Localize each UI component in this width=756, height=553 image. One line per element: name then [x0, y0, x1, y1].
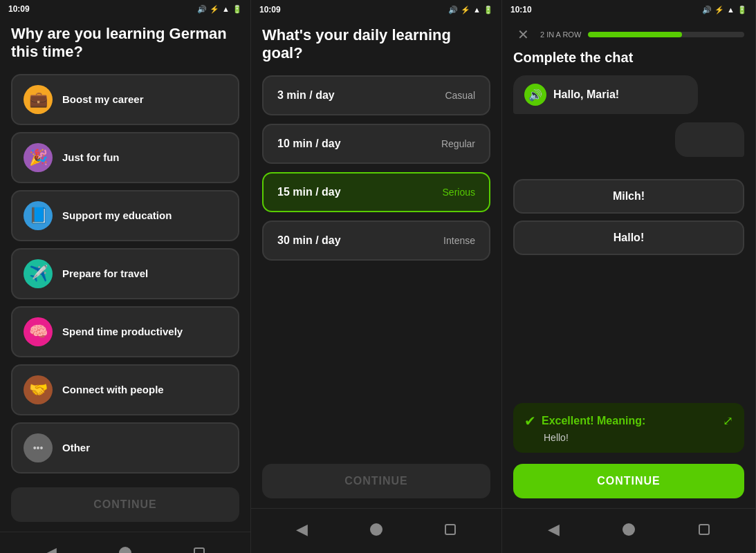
- battery-icon-3: 🔋: [737, 6, 747, 15]
- panel1-title: Why are you learning German this time?: [11, 25, 239, 62]
- nav-square-3[interactable]: [690, 516, 718, 543]
- other-icon: •••: [24, 433, 53, 462]
- answer-options: Milch! Hallo!: [513, 179, 744, 255]
- reason-travel[interactable]: ✈️ Prepare for travel: [11, 248, 239, 299]
- back-icon-1: ◀: [45, 544, 57, 553]
- back-icon-2: ◀: [296, 521, 308, 538]
- goal-3min-label: 3 min / day: [277, 89, 335, 102]
- career-icon: 💼: [24, 85, 53, 114]
- signal-icon-3: ⚡: [714, 6, 724, 15]
- other-label: Other: [62, 442, 90, 453]
- share-icon[interactable]: ⤢: [723, 413, 733, 429]
- status-bar-1: 10:09 🔊 ⚡ ▲ 🔋: [0, 0, 250, 18]
- nav-square-2[interactable]: [436, 516, 464, 543]
- goal-3min-intensity: Casual: [445, 90, 475, 101]
- goal-30min[interactable]: 30 min / day Intense: [262, 221, 490, 261]
- feedback-bar: ✔ Excellent! Meaning: ⤢ Hello!: [513, 403, 744, 453]
- volume-icon-1: 🔊: [197, 5, 207, 14]
- status-time-2: 10:09: [259, 5, 281, 15]
- back-icon-3: ◀: [548, 521, 560, 538]
- status-time-1: 10:09: [8, 4, 30, 14]
- streak-bar-fill: [588, 32, 681, 37]
- continue-button-3[interactable]: CONTINUE: [513, 464, 744, 498]
- wifi-icon-3: ▲: [727, 6, 735, 14]
- bot-message: Hallo, Maria!: [553, 88, 619, 101]
- panel1-content: Why are you learning German this time? 💼…: [0, 18, 250, 487]
- answer-milch[interactable]: Milch!: [513, 179, 744, 214]
- connect-icon: 🤝: [24, 375, 53, 404]
- education-label: Support my education: [62, 209, 172, 221]
- goal-30min-label: 30 min / day: [277, 234, 341, 247]
- nav-back-3[interactable]: ◀: [540, 516, 567, 543]
- status-icons-3: 🔊 ⚡ ▲ 🔋: [702, 6, 747, 15]
- travel-label: Prepare for travel: [62, 268, 148, 279]
- home-icon-2: [370, 523, 382, 536]
- bottom-nav-3: ◀: [502, 508, 755, 553]
- goal-10min-label: 10 min / day: [277, 138, 341, 150]
- bottom-nav-2: ◀: [251, 508, 501, 553]
- chat-title: Complete the chat: [513, 50, 744, 66]
- goal-15min-intensity: Serious: [443, 187, 475, 198]
- battery-icon-1: 🔋: [232, 5, 242, 14]
- reason-connect[interactable]: 🤝 Connect with people: [11, 364, 239, 415]
- battery-icon-2: 🔋: [483, 6, 493, 15]
- reason-productive[interactable]: 🧠 Spend time productively: [11, 306, 239, 357]
- panel-why-learning: 10:09 🔊 ⚡ ▲ 🔋 Why are you learning Germa…: [0, 0, 251, 553]
- connect-label: Connect with people: [62, 384, 164, 395]
- check-icon: ✔: [524, 413, 536, 429]
- reason-education[interactable]: 📘 Support my education: [11, 190, 239, 241]
- chat-bubble-bot: 🔊 Hallo, Maria!: [513, 75, 698, 114]
- goal-10min-intensity: Regular: [441, 138, 475, 149]
- productive-label: Spend time productively: [62, 326, 183, 337]
- nav-home-2[interactable]: [362, 516, 390, 543]
- signal-icon-2: ⚡: [461, 6, 470, 15]
- panel2-title: What's your daily learning goal?: [262, 26, 490, 63]
- feedback-header: ✔ Excellent! Meaning: ⤢: [524, 413, 733, 429]
- status-icons-1: 🔊 ⚡ ▲ 🔋: [197, 5, 242, 14]
- volume-icon-3: 🔊: [702, 6, 712, 15]
- panel-complete-chat: 10:10 🔊 ⚡ ▲ 🔋 ✕ 2 IN A ROW Complete the …: [502, 0, 756, 553]
- nav-home-3[interactable]: [615, 516, 643, 543]
- nav-back-1[interactable]: ◀: [37, 539, 65, 553]
- answer-hallo[interactable]: Hallo!: [513, 221, 744, 255]
- status-time-3: 10:10: [510, 5, 532, 15]
- continue-button-1[interactable]: CONTINUE: [11, 487, 239, 522]
- streak-text: 2 IN A ROW: [540, 30, 581, 39]
- home-icon-3: [623, 523, 635, 536]
- education-icon: 📘: [24, 201, 53, 230]
- signal-icon-1: ⚡: [210, 5, 219, 14]
- goal-10min[interactable]: 10 min / day Regular: [262, 124, 490, 164]
- nav-home-1[interactable]: [111, 539, 139, 553]
- continue-button-2[interactable]: CONTINUE: [262, 464, 490, 498]
- bottom-nav-1: ◀: [0, 532, 250, 553]
- nav-back-2[interactable]: ◀: [288, 516, 316, 543]
- panel3-content: ✕ 2 IN A ROW Complete the chat 🔊 Hallo, …: [502, 19, 755, 464]
- productive-icon: 🧠: [24, 317, 53, 346]
- wifi-icon-1: ▲: [222, 5, 230, 13]
- close-button[interactable]: ✕: [513, 25, 533, 44]
- fun-label: Just for fun: [62, 151, 120, 163]
- status-icons-2: 🔊 ⚡ ▲ 🔋: [448, 6, 493, 15]
- status-bar-2: 10:09 🔊 ⚡ ▲ 🔋: [251, 0, 501, 19]
- fun-icon: 🎉: [24, 143, 53, 172]
- streak-bar-bg: [588, 32, 744, 37]
- square-icon-1: [194, 547, 205, 553]
- reason-career[interactable]: 💼 Boost my career: [11, 74, 239, 125]
- goal-15min[interactable]: 15 min / day Serious: [262, 172, 490, 212]
- streak-bar-wrap: ✕ 2 IN A ROW: [513, 25, 744, 44]
- reason-other[interactable]: ••• Other: [11, 422, 239, 474]
- goal-3min[interactable]: 3 min / day Casual: [262, 75, 490, 115]
- wifi-icon-2: ▲: [473, 6, 481, 14]
- travel-icon: ✈️: [24, 259, 53, 288]
- reason-fun[interactable]: 🎉 Just for fun: [11, 132, 239, 183]
- feedback-title: Excellent! Meaning:: [542, 415, 645, 427]
- feedback-value: Hello!: [524, 432, 733, 443]
- nav-square-1[interactable]: [185, 539, 213, 553]
- square-icon-2: [445, 524, 456, 535]
- status-bar-3: 10:10 🔊 ⚡ ▲ 🔋: [502, 0, 755, 19]
- panel-daily-goal: 10:09 🔊 ⚡ ▲ 🔋 What's your daily learning…: [251, 0, 502, 553]
- chat-bubble-user: [675, 122, 744, 157]
- volume-icon-2: 🔊: [448, 6, 458, 15]
- speaker-icon[interactable]: 🔊: [524, 84, 546, 106]
- goal-30min-intensity: Intense: [443, 235, 475, 246]
